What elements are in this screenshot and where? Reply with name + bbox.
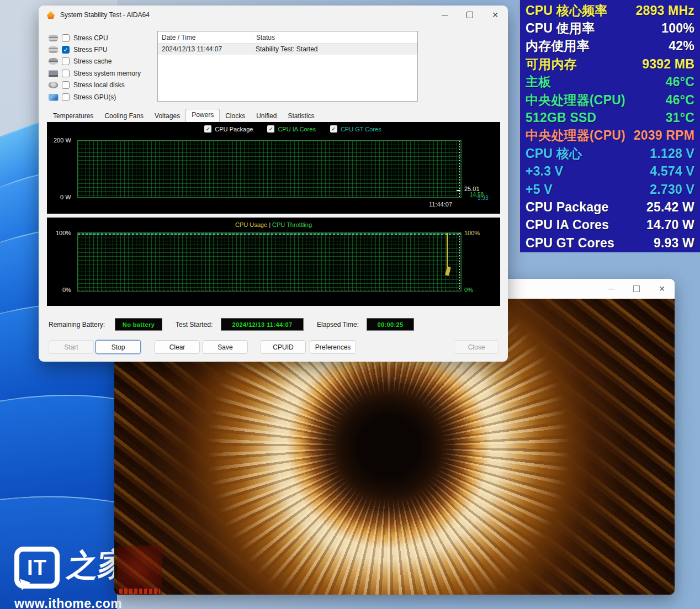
osd-row-value: 46°C <box>666 93 694 108</box>
osd-row: 内存使用率42% <box>526 38 694 55</box>
legend-item: ✓CPU Package <box>204 125 253 133</box>
osd-row-value: 9.93 W <box>654 236 694 251</box>
osd-row-label: 可用内存 <box>526 56 577 73</box>
close-button[interactable]: ✕ <box>649 279 675 299</box>
clear-button[interactable]: Clear <box>155 340 200 354</box>
usage-left-max: 100% <box>56 230 71 236</box>
osd-row-value: 4.574 V <box>650 164 694 179</box>
tab-statistics[interactable]: Statistics <box>283 110 320 122</box>
stress-item-label: Stress system memory <box>73 70 141 77</box>
column-header-status[interactable]: Status <box>252 34 275 41</box>
test-started-value: 2024/12/13 11:44:07 <box>221 318 304 331</box>
aida64-app-icon <box>46 10 55 19</box>
cpu-usage-line <box>78 234 461 235</box>
legend-item: ✓CPU GT Cores <box>330 125 381 133</box>
tab-powers[interactable]: Powers <box>185 109 220 122</box>
stress-item[interactable]: Stress GPU(s) <box>49 91 155 103</box>
checkbox[interactable]: ✓ <box>330 125 337 133</box>
stress-item-label: Stress CPU <box>73 34 108 42</box>
stress-item[interactable]: Stress local disks <box>49 80 155 91</box>
osd-row: 主板46°C <box>526 73 694 91</box>
aida64-titlebar[interactable]: System Stability Test - AIDA64 ✕ <box>39 6 508 24</box>
button-row: StartStopClearSaveCPUIDPreferencesClose <box>39 340 508 354</box>
column-header-datetime[interactable]: Date / Time <box>158 34 252 41</box>
tab-unified[interactable]: Unified <box>251 110 282 122</box>
osd-rows: CPU 核心频率2893 MHzCPU 使用率100%内存使用率42%可用内存9… <box>526 2 694 252</box>
power-chart-legend: ✓CPU Package✓CPU IA Cores✓CPU GT Cores <box>47 125 500 133</box>
power-ymax-label: 200 W <box>54 137 71 144</box>
throttling-title: CPU Throttling <box>272 221 312 228</box>
stop-button[interactable]: Stop <box>96 340 141 354</box>
osd-row: 中央处理器(CPU)2039 RPM <box>526 127 694 145</box>
osd-row-value: 1.128 V <box>650 146 694 161</box>
tab-clocks[interactable]: Clocks <box>220 110 251 122</box>
checkbox[interactable] <box>62 81 70 89</box>
desktop: { "desktop": { "watermark_logo_text": "I… <box>0 0 700 609</box>
osd-row-value: 9392 MB <box>642 57 694 72</box>
minimize-button[interactable] <box>432 6 457 24</box>
osd-row-label: CPU 核心 <box>526 145 582 162</box>
fpu-icon <box>49 46 58 53</box>
cpuid-button[interactable]: CPUID <box>261 340 306 354</box>
osd-row-value: 25.42 W <box>646 200 694 215</box>
checkbox[interactable] <box>62 34 70 42</box>
osd-row-label: +5 V <box>526 182 553 197</box>
red-emblem-watermark <box>117 546 162 595</box>
osd-row: +5 V2.730 V <box>526 181 694 198</box>
minimize-icon <box>442 15 448 15</box>
chart-cursor <box>459 233 460 291</box>
ithome-logo-icon: IT <box>14 547 60 589</box>
tab-temperatures[interactable]: Temperatures <box>47 110 99 122</box>
stress-item[interactable]: ✓Stress FPU <box>49 44 155 55</box>
ithome-watermark: IT 之家 www.ithome.com <box>14 547 129 609</box>
osd-row: CPU GT Cores9.93 W <box>526 234 694 252</box>
stress-item-label: Stress GPU(s) <box>73 93 116 101</box>
minimize-button[interactable] <box>598 279 624 299</box>
osd-row: 可用内存9392 MB <box>526 55 694 73</box>
power-time-label: 11:44:07 <box>429 201 452 208</box>
stress-item[interactable]: Stress cache <box>49 56 155 67</box>
save-button[interactable]: Save <box>203 340 248 354</box>
preferences-button[interactable]: Preferences <box>310 340 356 354</box>
osd-row-label: 512GB SSD <box>526 110 596 125</box>
tab-voltages[interactable]: Voltages <box>149 110 185 122</box>
osd-row-label: 中央处理器(CPU) <box>526 92 625 109</box>
checkbox[interactable]: ✓ <box>204 125 211 133</box>
osd-row-label: CPU 使用率 <box>526 20 595 37</box>
maximize-button[interactable] <box>457 6 482 24</box>
stress-item[interactable]: Stress CPU <box>49 32 155 44</box>
elapsed-label: Elapsed Time: <box>317 321 359 329</box>
elapsed-value: 00:00:25 <box>367 318 414 331</box>
osd-row: CPU Package25.42 W <box>526 198 694 216</box>
legend-label: CPU GT Cores <box>341 126 381 133</box>
chart-cursor <box>459 141 460 197</box>
status-datetime: 2024/12/13 11:44:07 <box>158 45 252 53</box>
checkbox[interactable]: ✓ <box>62 46 70 54</box>
close-button[interactable]: Close <box>454 340 499 354</box>
start-button[interactable]: Start <box>49 340 94 354</box>
power-plot <box>77 140 462 198</box>
checkbox[interactable]: ✓ <box>267 125 274 133</box>
osd-row-value: 31°C <box>666 110 694 125</box>
osd-row-label: CPU GT Cores <box>526 236 614 251</box>
status-listview: Date / Time Status 2024/12/13 11:44:07St… <box>157 31 418 102</box>
battery-label: Remaining Battery: <box>49 321 105 329</box>
checkbox[interactable] <box>62 93 70 101</box>
close-button[interactable]: ✕ <box>482 6 508 24</box>
tab-cooling-fans[interactable]: Cooling Fans <box>99 110 149 122</box>
status-list-header: Date / Time Status <box>158 31 417 44</box>
checkbox[interactable] <box>62 70 70 77</box>
osd-row-label: +3.3 V <box>526 164 563 179</box>
maximize-icon <box>466 12 473 18</box>
stress-item[interactable]: Stress system memory <box>49 67 155 79</box>
maximize-button[interactable] <box>624 279 649 299</box>
checkbox[interactable] <box>62 57 70 65</box>
status-row[interactable]: 2024/12/13 11:44:07Stability Test: Start… <box>158 44 417 55</box>
usage-ramp-blob <box>445 266 451 276</box>
legend-label: CPU Package <box>215 126 253 133</box>
stress-item-label: Stress FPU <box>73 46 107 54</box>
memory-icon <box>49 70 58 77</box>
title-divider: | <box>269 221 271 228</box>
legend-label: CPU IA Cores <box>278 126 315 133</box>
ithome-logo-text: IT <box>27 556 47 580</box>
